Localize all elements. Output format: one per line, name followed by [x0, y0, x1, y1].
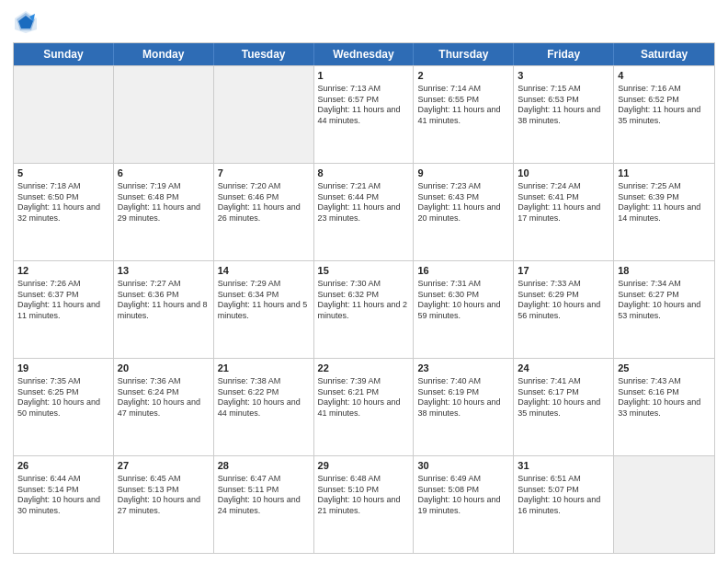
calendar-cell-6: 6Sunrise: 7:19 AM Sunset: 6:48 PM Daylig…	[114, 164, 214, 260]
calendar-cell-8: 8Sunrise: 7:21 AM Sunset: 6:44 PM Daylig…	[314, 164, 415, 260]
day-number: 20	[118, 362, 210, 375]
calendar-cell-27: 27Sunrise: 6:45 AM Sunset: 5:13 PM Dayli…	[114, 456, 214, 553]
calendar-cell-3: 3Sunrise: 7:15 AM Sunset: 6:53 PM Daylig…	[514, 66, 614, 163]
day-number: 13	[118, 264, 210, 278]
day-number: 8	[318, 167, 410, 180]
logo	[13, 9, 42, 35]
day-number: 17	[518, 264, 609, 278]
calendar-header: SundayMondayTuesdayWednesdayThursdayFrid…	[14, 43, 714, 65]
cell-info: Sunrise: 7:20 AM Sunset: 6:46 PM Dayligh…	[218, 181, 310, 224]
day-number: 12	[17, 264, 109, 278]
day-number: 23	[417, 362, 509, 375]
day-number: 10	[518, 167, 609, 180]
calendar-cell-13: 13Sunrise: 7:27 AM Sunset: 6:36 PM Dayli…	[114, 261, 214, 358]
cell-info: Sunrise: 7:29 AM Sunset: 6:34 PM Dayligh…	[218, 279, 310, 322]
calendar-cell-28: 28Sunrise: 6:47 AM Sunset: 5:11 PM Dayli…	[214, 456, 314, 553]
calendar-row-4: 26Sunrise: 6:44 AM Sunset: 5:14 PM Dayli…	[14, 455, 714, 553]
cell-info: Sunrise: 7:21 AM Sunset: 6:44 PM Dayligh…	[318, 181, 410, 224]
page: SundayMondayTuesdayWednesdayThursdayFrid…	[0, 0, 728, 563]
calendar-cell-15: 15Sunrise: 7:30 AM Sunset: 6:32 PM Dayli…	[314, 261, 415, 358]
cell-info: Sunrise: 7:41 AM Sunset: 6:17 PM Dayligh…	[518, 376, 609, 419]
cell-info: Sunrise: 7:23 AM Sunset: 6:43 PM Dayligh…	[417, 181, 509, 224]
cell-info: Sunrise: 7:26 AM Sunset: 6:37 PM Dayligh…	[17, 279, 109, 322]
day-number: 28	[218, 459, 310, 473]
calendar-cell-empty-0-2	[214, 66, 314, 163]
cell-info: Sunrise: 7:39 AM Sunset: 6:21 PM Dayligh…	[318, 376, 410, 419]
day-number: 24	[518, 362, 609, 375]
cell-info: Sunrise: 7:13 AM Sunset: 6:57 PM Dayligh…	[318, 84, 410, 127]
cell-info: Sunrise: 7:19 AM Sunset: 6:48 PM Dayligh…	[118, 181, 210, 224]
weekday-header-saturday: Saturday	[614, 43, 714, 65]
day-number: 5	[17, 167, 109, 180]
cell-info: Sunrise: 7:36 AM Sunset: 6:24 PM Dayligh…	[118, 376, 210, 419]
day-number: 2	[417, 69, 509, 83]
day-number: 7	[218, 167, 310, 180]
cell-info: Sunrise: 7:25 AM Sunset: 6:39 PM Dayligh…	[618, 181, 711, 224]
day-number: 27	[118, 459, 210, 473]
calendar-cell-4: 4Sunrise: 7:16 AM Sunset: 6:52 PM Daylig…	[614, 66, 714, 163]
day-number: 29	[318, 459, 410, 473]
cell-info: Sunrise: 6:51 AM Sunset: 5:07 PM Dayligh…	[518, 474, 609, 517]
day-number: 22	[318, 362, 410, 375]
calendar-cell-empty-4-6	[614, 456, 714, 553]
calendar-cell-17: 17Sunrise: 7:33 AM Sunset: 6:29 PM Dayli…	[514, 261, 614, 358]
calendar-cell-empty-0-0	[14, 66, 114, 163]
day-number: 16	[417, 264, 509, 278]
calendar-cell-11: 11Sunrise: 7:25 AM Sunset: 6:39 PM Dayli…	[614, 164, 714, 260]
cell-info: Sunrise: 7:15 AM Sunset: 6:53 PM Dayligh…	[518, 84, 609, 127]
cell-info: Sunrise: 7:27 AM Sunset: 6:36 PM Dayligh…	[118, 279, 210, 322]
day-number: 1	[318, 69, 410, 83]
cell-info: Sunrise: 7:33 AM Sunset: 6:29 PM Dayligh…	[518, 279, 609, 322]
calendar-cell-20: 20Sunrise: 7:36 AM Sunset: 6:24 PM Dayli…	[114, 359, 214, 455]
cell-info: Sunrise: 7:18 AM Sunset: 6:50 PM Dayligh…	[17, 181, 109, 224]
day-number: 26	[17, 459, 109, 473]
day-number: 9	[417, 167, 509, 180]
day-number: 14	[218, 264, 310, 278]
cell-info: Sunrise: 7:34 AM Sunset: 6:27 PM Dayligh…	[618, 279, 711, 322]
header	[13, 9, 715, 35]
calendar-row-1: 5Sunrise: 7:18 AM Sunset: 6:50 PM Daylig…	[14, 163, 714, 260]
calendar-cell-26: 26Sunrise: 6:44 AM Sunset: 5:14 PM Dayli…	[14, 456, 114, 553]
calendar-cell-2: 2Sunrise: 7:14 AM Sunset: 6:55 PM Daylig…	[414, 66, 514, 163]
calendar-cell-12: 12Sunrise: 7:26 AM Sunset: 6:37 PM Dayli…	[14, 261, 114, 358]
calendar-cell-25: 25Sunrise: 7:43 AM Sunset: 6:16 PM Dayli…	[614, 359, 714, 455]
calendar-row-3: 19Sunrise: 7:35 AM Sunset: 6:25 PM Dayli…	[14, 358, 714, 455]
cell-info: Sunrise: 7:16 AM Sunset: 6:52 PM Dayligh…	[618, 84, 711, 127]
cell-info: Sunrise: 6:47 AM Sunset: 5:11 PM Dayligh…	[218, 474, 310, 517]
day-number: 31	[518, 459, 609, 473]
day-number: 3	[518, 69, 609, 83]
cell-info: Sunrise: 6:48 AM Sunset: 5:10 PM Dayligh…	[318, 474, 410, 517]
logo-icon	[13, 9, 39, 35]
day-number: 25	[618, 362, 711, 375]
weekday-header-wednesday: Wednesday	[314, 43, 415, 65]
calendar-body: 1Sunrise: 7:13 AM Sunset: 6:57 PM Daylig…	[14, 65, 714, 553]
cell-info: Sunrise: 6:44 AM Sunset: 5:14 PM Dayligh…	[17, 474, 109, 517]
cell-info: Sunrise: 6:45 AM Sunset: 5:13 PM Dayligh…	[118, 474, 210, 517]
calendar-cell-21: 21Sunrise: 7:38 AM Sunset: 6:22 PM Dayli…	[214, 359, 314, 455]
calendar-cell-18: 18Sunrise: 7:34 AM Sunset: 6:27 PM Dayli…	[614, 261, 714, 358]
calendar: SundayMondayTuesdayWednesdayThursdayFrid…	[13, 42, 715, 554]
calendar-cell-1: 1Sunrise: 7:13 AM Sunset: 6:57 PM Daylig…	[314, 66, 415, 163]
cell-info: Sunrise: 7:31 AM Sunset: 6:30 PM Dayligh…	[417, 279, 509, 322]
calendar-cell-empty-0-1	[114, 66, 214, 163]
calendar-row-0: 1Sunrise: 7:13 AM Sunset: 6:57 PM Daylig…	[14, 65, 714, 163]
calendar-cell-24: 24Sunrise: 7:41 AM Sunset: 6:17 PM Dayli…	[514, 359, 614, 455]
weekday-header-monday: Monday	[114, 43, 214, 65]
weekday-header-sunday: Sunday	[14, 43, 114, 65]
calendar-cell-16: 16Sunrise: 7:31 AM Sunset: 6:30 PM Dayli…	[414, 261, 514, 358]
weekday-header-thursday: Thursday	[414, 43, 514, 65]
cell-info: Sunrise: 7:40 AM Sunset: 6:19 PM Dayligh…	[417, 376, 509, 419]
day-number: 19	[17, 362, 109, 375]
calendar-cell-31: 31Sunrise: 6:51 AM Sunset: 5:07 PM Dayli…	[514, 456, 614, 553]
calendar-cell-14: 14Sunrise: 7:29 AM Sunset: 6:34 PM Dayli…	[214, 261, 314, 358]
cell-info: Sunrise: 7:24 AM Sunset: 6:41 PM Dayligh…	[518, 181, 609, 224]
day-number: 30	[417, 459, 509, 473]
cell-info: Sunrise: 7:43 AM Sunset: 6:16 PM Dayligh…	[618, 376, 711, 419]
day-number: 21	[218, 362, 310, 375]
calendar-cell-23: 23Sunrise: 7:40 AM Sunset: 6:19 PM Dayli…	[414, 359, 514, 455]
day-number: 4	[618, 69, 711, 83]
calendar-cell-10: 10Sunrise: 7:24 AM Sunset: 6:41 PM Dayli…	[514, 164, 614, 260]
weekday-header-tuesday: Tuesday	[214, 43, 314, 65]
calendar-cell-9: 9Sunrise: 7:23 AM Sunset: 6:43 PM Daylig…	[414, 164, 514, 260]
weekday-header-friday: Friday	[514, 43, 614, 65]
